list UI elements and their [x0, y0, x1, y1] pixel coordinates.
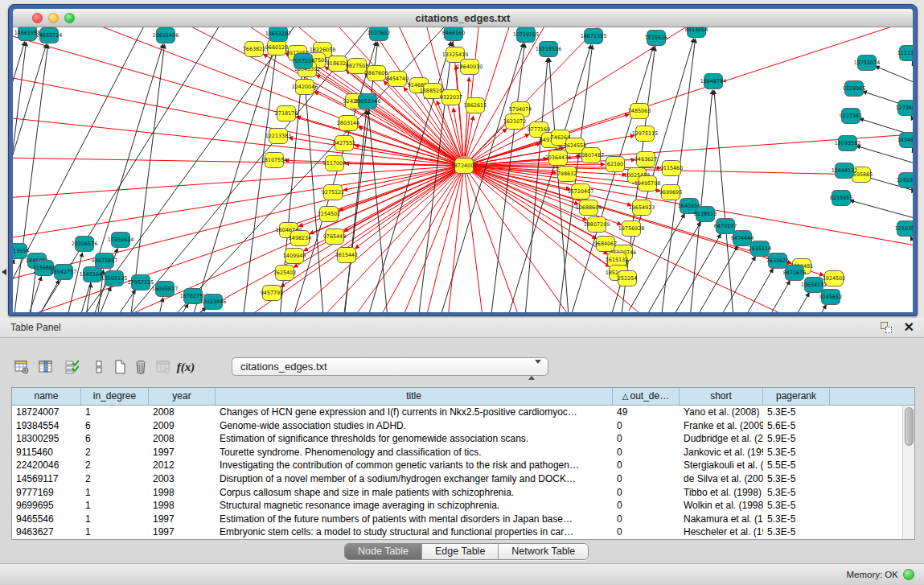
table-cell[interactable]: 5.3E-5: [763, 446, 830, 459]
table-cell[interactable]: 49: [613, 406, 680, 419]
table-cell[interactable]: 19384554: [12, 419, 81, 433]
table-cell[interactable]: 5.5E-5: [763, 459, 830, 472]
table-cell[interactable]: 5.3E-5: [763, 513, 830, 526]
table-row[interactable]: 946554611997Estimation of the future num…: [12, 513, 902, 526]
table-row[interactable]: 969969511998Structural magnetic resonanc…: [12, 499, 902, 513]
collapse-panel-icon[interactable]: [2, 269, 6, 275]
select-rows-icon[interactable]: [61, 356, 82, 378]
window-titlebar[interactable]: citations_edges.txt: [13, 9, 913, 27]
table-scrollbar[interactable]: [902, 406, 914, 539]
table-cell[interactable]: 0: [613, 459, 680, 472]
table-select-dropdown[interactable]: citations_edges.txt: [232, 357, 548, 376]
table-cell[interactable]: de Silva et al. (2003): [680, 472, 763, 486]
table-cell[interactable]: 0: [613, 419, 680, 433]
column-chooser-icon[interactable]: [35, 356, 56, 378]
table-cell[interactable]: 2: [81, 446, 149, 459]
table-cell[interactable]: 18300295: [12, 432, 81, 446]
table-cell[interactable]: 0: [613, 499, 680, 513]
table-cell[interactable]: Tourette syndrome. Phenomenology and cla…: [216, 446, 613, 459]
table-cell[interactable]: 2008: [149, 406, 216, 419]
table-cell[interactable]: 0: [613, 513, 680, 526]
table-cell[interactable]: 5.9E-5: [763, 432, 830, 446]
table-cell[interactable]: Genome-wide association studies in ADHD.: [216, 419, 613, 433]
close-panel-icon[interactable]: ✕: [904, 319, 914, 335]
table-row[interactable]: 911546021997Tourette syndrome. Phenomeno…: [12, 446, 902, 459]
table-cell[interactable]: Hescheler et al. (1997): [680, 525, 763, 539]
table-cell[interactable]: Disruption of a novel member of a sodium…: [216, 472, 613, 486]
table-cell[interactable]: 1998: [149, 486, 216, 500]
column-header-year[interactable]: year: [149, 388, 216, 405]
table-cell[interactable]: Structural magnetic resonance image aver…: [216, 499, 613, 513]
table-row[interactable]: 1938455462009Genome-wide association stu…: [12, 419, 902, 433]
table-cell[interactable]: 1997: [149, 525, 216, 539]
table-cell[interactable]: Yano et al. (2008): [680, 406, 763, 419]
table-cell[interactable]: 2: [81, 472, 149, 486]
table-cell[interactable]: Embryonic stem cells: a model to study s…: [216, 525, 613, 539]
tab-node-table[interactable]: Node Table: [345, 544, 422, 559]
table-row[interactable]: 1830029562008Estimation of significance …: [12, 432, 902, 446]
row-height-icon[interactable]: [88, 356, 109, 378]
table-cell[interactable]: 6: [81, 419, 149, 433]
table-cell[interactable]: 9115460: [12, 446, 81, 459]
table-cell[interactable]: 1: [81, 406, 149, 419]
table-cell[interactable]: 5.3E-5: [763, 499, 830, 513]
table-cell[interactable]: Estimation of significance thresholds fo…: [216, 432, 613, 446]
table-cell[interactable]: 0: [613, 432, 680, 446]
float-panel-icon[interactable]: [881, 322, 892, 333]
table-cell[interactable]: 9777169: [12, 486, 81, 500]
table-cell[interactable]: 5.3E-5: [763, 472, 830, 486]
table-cell[interactable]: 2: [81, 459, 149, 472]
table-cell[interactable]: Investigating the contribution of common…: [216, 459, 613, 472]
table-cell[interactable]: 0: [613, 525, 680, 539]
column-header-in_degree[interactable]: in_degree: [81, 388, 149, 405]
table-cell[interactable]: Changes of HCN gene expression and I(f) …: [216, 406, 613, 419]
table-cell[interactable]: 2008: [149, 432, 216, 446]
table-cell[interactable]: 1: [81, 486, 149, 500]
table-cell[interactable]: 9465546: [12, 513, 81, 526]
table-cell[interactable]: Wolkin et al. (1998): [680, 499, 763, 513]
function-builder-icon[interactable]: f(x): [175, 356, 196, 378]
new-table-icon[interactable]: [109, 356, 130, 378]
table-row[interactable]: 1872400712008Changes of HCN gene express…: [12, 406, 902, 419]
table-cell[interactable]: 0: [613, 486, 680, 500]
column-header-out_de[interactable]: △out_de…: [613, 388, 680, 405]
table-cell[interactable]: 2012: [149, 459, 216, 472]
table-cell[interactable]: 5.3E-5: [763, 486, 830, 500]
table-cell[interactable]: 1997: [149, 446, 216, 459]
delete-table-icon[interactable]: [130, 356, 151, 378]
table-cell[interactable]: 5.3E-5: [763, 406, 830, 419]
table-cell[interactable]: 18724007: [12, 406, 81, 419]
table-cell[interactable]: Franke et al. (2009): [680, 419, 763, 433]
table-cell[interactable]: 6: [81, 432, 149, 446]
table-cell[interactable]: 1: [81, 525, 149, 539]
table-cell[interactable]: Nakamura et al. (1997): [680, 513, 763, 526]
table-cell[interactable]: 0: [613, 472, 680, 486]
table-cell[interactable]: Corpus callosum shape and size in male p…: [216, 486, 613, 500]
table-cell[interactable]: 22420046: [12, 459, 81, 472]
table-cell[interactable]: 14569117: [12, 472, 81, 486]
column-header-name[interactable]: name: [12, 388, 81, 405]
import-table-icon[interactable]: [153, 356, 174, 378]
column-header-pagerank[interactable]: pagerank: [763, 388, 830, 405]
table-cell[interactable]: Estimation of the future numbers of pati…: [216, 513, 613, 526]
table-cell[interactable]: 2009: [149, 419, 216, 433]
table-row[interactable]: 946362711997Embryonic stem cells: a mode…: [12, 525, 902, 539]
table-cell[interactable]: 2003: [149, 472, 216, 486]
column-header-short[interactable]: short: [680, 388, 763, 405]
table-cell[interactable]: 1: [81, 499, 149, 513]
table-cell[interactable]: Jankovic et al. (1997): [680, 446, 763, 459]
table-cell[interactable]: 5.3E-5: [763, 525, 830, 539]
network-canvas[interactable]: 1872400796601288912954182260589827509818…: [13, 27, 913, 312]
table-settings-icon[interactable]: [11, 356, 32, 378]
table-cell[interactable]: 0: [613, 446, 680, 459]
table-cell[interactable]: 9699695: [12, 499, 81, 513]
table-row[interactable]: 977716911998Corpus callosum shape and si…: [12, 486, 902, 500]
table-row[interactable]: 2242004622012Investigating the contribut…: [12, 459, 902, 472]
table-cell[interactable]: 1998: [149, 499, 216, 513]
table-cell[interactable]: 9463627: [12, 525, 81, 539]
tab-edge-table[interactable]: Edge Table: [422, 544, 499, 559]
table-scrollbar-thumb[interactable]: [905, 407, 914, 446]
table-cell[interactable]: 5.6E-5: [763, 419, 830, 433]
column-header-title[interactable]: title: [216, 388, 613, 405]
table-cell[interactable]: 1: [81, 513, 149, 526]
